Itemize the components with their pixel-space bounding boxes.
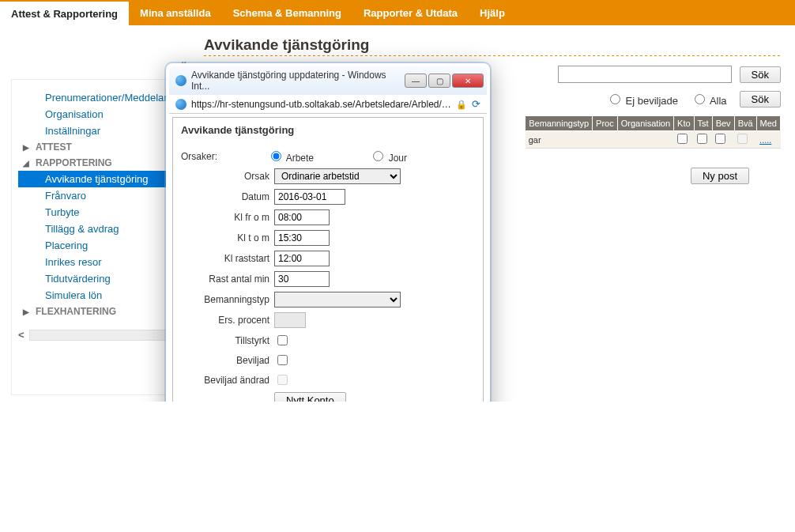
radio-ej-beviljade[interactable]	[610, 94, 620, 104]
radio-arbete[interactable]	[271, 151, 281, 161]
cell-bva	[734, 131, 756, 149]
col-kto[interactable]: Kto	[674, 116, 695, 131]
bevandrad-label: Beviljad ändrad	[181, 375, 269, 386]
col-bemanningstyp[interactable]: Bemanningstyp	[526, 116, 593, 131]
orsaker-label: Orsaker:	[181, 151, 220, 162]
sidebar-item-franvaro[interactable]: Frånvaro	[18, 187, 179, 204]
sidebar-item-avvikande[interactable]: Avvikande tjänstgöring	[18, 171, 179, 187]
bva-checkbox	[737, 134, 748, 144]
radio-jour-wrap[interactable]: Jour	[318, 149, 407, 164]
sidebar-container: « Prenumerationer/Meddelan Organisation …	[0, 25, 190, 402]
sidebar-section-attest[interactable]: ▶ATTEST	[18, 139, 179, 155]
radio-jour[interactable]	[373, 151, 383, 161]
modal-body: Avvikande tjänstgöring Orsaker: Arbete J…	[172, 117, 484, 402]
sidebar-link-organisation[interactable]: Organisation	[18, 106, 179, 123]
tst-checkbox[interactable]	[697, 134, 707, 144]
ny-post-button[interactable]: Ny post	[691, 168, 749, 184]
chevron-right-icon: ▶	[23, 308, 29, 316]
bev-checkbox[interactable]	[715, 134, 725, 144]
filter-alla[interactable]: Alla	[691, 92, 727, 107]
cell-med: .....	[756, 131, 780, 149]
orsak-label: Orsak	[181, 171, 269, 182]
close-button[interactable]: ✕	[452, 74, 484, 88]
table-row[interactable]: gar .....	[526, 131, 781, 149]
sidebar-item-simulera[interactable]: Simulera lön	[18, 287, 179, 304]
ersproc-label: Ers. procent	[181, 315, 269, 326]
raststart-input[interactable]	[274, 251, 330, 266]
modal-addressbar: https://hr-stenungsund-utb.soltakab.se/A…	[169, 95, 487, 114]
sidebar-section-rapportering[interactable]: ◢RAPPORTERING	[18, 155, 179, 171]
sidebar-scroll: < >	[18, 329, 179, 341]
minimize-button[interactable]: —	[405, 74, 427, 88]
col-proc[interactable]: Proc	[593, 116, 618, 131]
ie-icon	[175, 99, 187, 110]
sidebar-section-flex[interactable]: ▶FLEXHANTERING	[18, 304, 179, 319]
sidebar-link-installningar[interactable]: Inställningar	[18, 123, 179, 139]
modal-section-title: Avvikande tjänstgöring	[181, 124, 475, 136]
modal-dialog: Avvikande tjänstgöring uppdatering - Win…	[166, 63, 490, 402]
datum-input[interactable]	[274, 189, 345, 205]
raststart-label: Kl raststart	[181, 253, 269, 264]
search-input[interactable]	[558, 66, 732, 83]
tillstyrkt-checkbox[interactable]	[277, 335, 288, 345]
kto-checkbox[interactable]	[677, 134, 688, 144]
page-title: Avvikande tjänstgöring	[204, 36, 781, 54]
tab-hjalp[interactable]: Hjälp	[469, 0, 516, 25]
lock-icon	[456, 99, 467, 110]
cell-organisation	[617, 131, 673, 149]
sidebar-item-inrikes[interactable]: Inrikes resor	[18, 254, 179, 270]
beviljad-checkbox[interactable]	[277, 355, 288, 365]
main-content: Avvikande tjänstgöring Sök Ej beviljade …	[190, 25, 795, 402]
sidebar-item-tidutvardering[interactable]: Tidutvärdering	[18, 270, 179, 287]
ersproc-input	[274, 312, 306, 328]
col-bev[interactable]: Bev	[712, 116, 734, 131]
sidebar: Prenumerationer/Meddelan Organisation In…	[11, 79, 187, 395]
chevron-down-icon: ◢	[23, 159, 29, 168]
cell-kto	[674, 131, 695, 149]
sidebar-section-label: RAPPORTERING	[36, 157, 112, 168]
filter-ej-beviljade[interactable]: Ej beviljade	[606, 92, 678, 107]
title-underline	[204, 55, 781, 56]
filter-sok-button[interactable]: Sök	[740, 91, 781, 108]
filter-label: Alla	[710, 95, 727, 107]
cell-bemanningstyp: gar	[526, 131, 593, 149]
col-organisation[interactable]: Organisation	[617, 116, 673, 131]
col-med[interactable]: Med	[756, 116, 780, 131]
modal-window-title: Avvikande tjänstgöring uppdatering - Win…	[191, 70, 400, 92]
orsak-select[interactable]: Ordinarie arbetstid	[274, 168, 401, 184]
med-link[interactable]: .....	[759, 135, 771, 145]
sidebar-item-turbyte[interactable]: Turbyte	[18, 204, 179, 221]
tab-schema-bemanning[interactable]: Schema & Bemanning	[222, 0, 352, 25]
sidebar-link-prenumerationer[interactable]: Prenumerationer/Meddelan	[18, 89, 179, 106]
refresh-icon[interactable]	[472, 98, 480, 110]
sidebar-section-label: FLEXHANTERING	[36, 306, 116, 317]
tab-rapporter-utdata[interactable]: Rapporter & Utdata	[352, 0, 469, 25]
nytt-konto-button[interactable]: Nytt Konto	[274, 392, 346, 402]
search-button[interactable]: Sök	[740, 66, 781, 83]
klfrom-input[interactable]	[274, 209, 330, 225]
klfrom-label: Kl fr o m	[181, 212, 269, 223]
maximize-button[interactable]: ▢	[428, 74, 450, 88]
ie-icon	[175, 75, 187, 86]
radio-alla[interactable]	[695, 94, 705, 104]
sidebar-item-tillagg[interactable]: Tillägg & avdrag	[18, 221, 179, 237]
radio-arbete-wrap[interactable]: Arbete	[225, 149, 314, 164]
scroll-left-icon[interactable]: <	[18, 329, 24, 341]
cell-proc	[593, 131, 618, 149]
tab-mina-anstallda[interactable]: Mina anställda	[129, 0, 222, 25]
kltom-input[interactable]	[274, 230, 330, 246]
col-bva[interactable]: Bvä	[734, 116, 756, 131]
chevron-right-icon: ▶	[23, 143, 29, 152]
scroll-track[interactable]	[29, 330, 169, 341]
modal-titlebar[interactable]: Avvikande tjänstgöring uppdatering - Win…	[169, 66, 487, 95]
modal-url[interactable]: https://hr-stenungsund-utb.soltakab.se/A…	[191, 99, 451, 110]
kltom-label: Kl t o m	[181, 232, 269, 243]
sidebar-item-placering[interactable]: Placering	[18, 237, 179, 254]
tillstyrkt-label: Tillstyrkt	[181, 335, 269, 346]
beviljad-label: Beviljad	[181, 355, 269, 366]
bemtyp-select[interactable]	[274, 292, 401, 308]
radio-jour-label: Jour	[389, 153, 407, 164]
rastmin-input[interactable]	[274, 271, 330, 287]
col-tst[interactable]: Tst	[694, 116, 712, 131]
tab-attest-rapportering[interactable]: Attest & Rapportering	[0, 0, 129, 25]
